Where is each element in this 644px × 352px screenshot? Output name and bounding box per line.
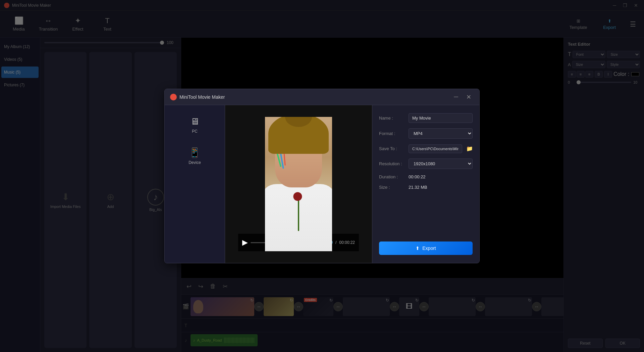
export-dialog-overlay: MiniTool Movie Maker ─ ✕ 🖥 PC 📱 Device	[0, 0, 644, 352]
format-select[interactable]: MP4 AVI MOV	[409, 128, 473, 139]
format-label: Format :	[379, 131, 406, 136]
dialog-logo-icon	[170, 94, 177, 100]
name-input[interactable]	[409, 113, 473, 123]
dialog-nav-device[interactable]: 📱 Device	[170, 144, 219, 168]
dialog-minimize-button[interactable]: ─	[451, 92, 461, 102]
dialog-header: MiniTool Movie Maker ─ ✕	[165, 89, 479, 105]
resolution-label: Resolution :	[379, 161, 406, 166]
woman-image	[265, 117, 332, 251]
dialog-nav: 🖥 PC 📱 Device	[165, 105, 225, 263]
name-label: Name :	[379, 116, 406, 121]
duration-value: 00:00:22	[409, 174, 426, 179]
time-total: 00:00:22	[339, 240, 355, 245]
duration-label: Duration :	[379, 174, 406, 179]
size-field-row: Size : 21.32 MB	[379, 185, 473, 190]
format-field-row: Format : MP4 AVI MOV	[379, 128, 473, 139]
export-confirm-button[interactable]: ⬆ Export	[379, 241, 473, 255]
size-value: 21.32 MB	[409, 185, 427, 190]
browse-folder-button[interactable]: 📁	[465, 144, 474, 153]
device-icon: 📱	[189, 147, 201, 158]
time-separator: /	[335, 240, 336, 245]
preview-container	[238, 117, 359, 251]
pc-icon: 🖥	[190, 116, 200, 127]
name-field-row: Name :	[379, 113, 473, 123]
dialog-settings: Name : Format : MP4 AVI MOV Save To :	[372, 105, 479, 263]
dialog-body: 🖥 PC 📱 Device	[165, 105, 479, 263]
export-btn-label: Export	[422, 246, 436, 251]
save-to-input[interactable]	[409, 144, 462, 153]
dialog-preview-image: ▶ 00:00:00 / 00:00:22	[238, 117, 359, 251]
play-button[interactable]: ▶	[242, 238, 248, 247]
pc-label: PC	[192, 129, 198, 134]
device-label: Device	[189, 160, 201, 165]
dialog-close-button[interactable]: ✕	[464, 92, 474, 102]
size-label: Size :	[379, 185, 406, 190]
dialog-nav-pc[interactable]: 🖥 PC	[170, 113, 219, 136]
save-to-label: Save To :	[379, 146, 406, 151]
dialog-preview-area: ▶ 00:00:00 / 00:00:22	[225, 105, 372, 263]
export-btn-icon: ⬆	[416, 246, 420, 251]
resolution-select[interactable]: 1920x1080 1280x720 854x480	[409, 159, 473, 169]
dialog-title: MiniTool Movie Maker	[179, 94, 448, 100]
resolution-field-row: Resolution : 1920x1080 1280x720 854x480	[379, 159, 473, 169]
save-to-field-row: Save To : 📁	[379, 144, 473, 153]
export-dialog: MiniTool Movie Maker ─ ✕ 🖥 PC 📱 Device	[164, 89, 480, 263]
duration-field-row: Duration : 00:00:22	[379, 174, 473, 179]
